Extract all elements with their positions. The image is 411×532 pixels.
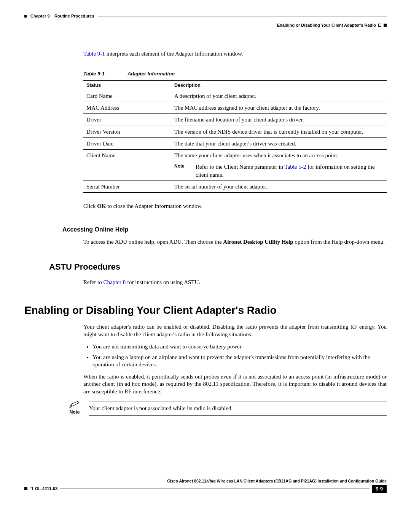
cell-description: The version of the NDIS device driver th… bbox=[171, 126, 387, 137]
svg-marker-0 bbox=[70, 401, 79, 408]
close-pre: Click bbox=[83, 203, 97, 209]
note-rule-bottom bbox=[89, 415, 387, 416]
header-bar: Chapter 9 Routine Procedures bbox=[24, 14, 387, 18]
page-number-badge: 9-9 bbox=[372, 485, 387, 493]
heading-online-help: Accessing Online Help bbox=[62, 226, 387, 233]
close-window-line: Click OK to close the Adapter Informatio… bbox=[83, 203, 387, 210]
oh-bold: Aironet Desktop Utility Help bbox=[223, 239, 293, 245]
cell-status: Client Name bbox=[83, 150, 171, 181]
cell-description: The MAC address assigned to your client … bbox=[171, 102, 387, 114]
th-description: Description bbox=[171, 80, 387, 90]
note-label: Note bbox=[174, 163, 196, 179]
note-icon-column: Note bbox=[66, 401, 83, 416]
list-item: You are not transmitting data and want t… bbox=[92, 343, 387, 351]
table-row: Serial Number The serial number of your … bbox=[83, 181, 387, 192]
section-title-right: Enabling or Disabling Your Client Adapte… bbox=[24, 23, 376, 27]
radio-p2: When the radio is enabled, it periodical… bbox=[83, 373, 387, 396]
chapter-number: Chapter 9 bbox=[30, 14, 50, 18]
close-post: to close the Adapter Information window. bbox=[106, 203, 203, 209]
note-body: Refer to the Client Name parameter in Ta… bbox=[196, 163, 384, 179]
note-link[interactable]: Table 5-2 bbox=[284, 164, 306, 170]
footer-guide-title: Cisco Aironet 802.11a/b/g Wireless LAN C… bbox=[24, 479, 387, 483]
footer-left: OL-4211-03 bbox=[24, 485, 57, 493]
table-caption-label: Table 9-1 bbox=[83, 71, 105, 77]
cell-status: Card Name bbox=[83, 90, 171, 102]
note-pre: Refer to the Client Name parameter in bbox=[196, 164, 284, 170]
table-row: Driver Date The date that your client ad… bbox=[83, 137, 387, 149]
footer-marker-open-square bbox=[30, 487, 33, 490]
note-block-label: Note bbox=[66, 409, 83, 415]
footer-doc-number: OL-4211-03 bbox=[35, 486, 57, 491]
oh-post: option from the Help drop-down menu. bbox=[293, 239, 385, 245]
svg-line-1 bbox=[71, 404, 72, 406]
close-bold: OK bbox=[97, 203, 106, 209]
cell-status: MAC Address bbox=[83, 102, 171, 114]
astu-pre: Refer to bbox=[83, 279, 103, 285]
online-help-paragraph: To access the ADU online help, open ADU.… bbox=[83, 238, 387, 246]
cell-status: Driver bbox=[83, 114, 171, 126]
intro-rest: interprets each element of the Adapter I… bbox=[105, 51, 243, 57]
table-caption: Table 9-1Adapter Information bbox=[83, 71, 387, 77]
radio-p1: Your client adapter's radio can be enabl… bbox=[83, 323, 387, 339]
cell-status: Serial Number bbox=[83, 181, 171, 192]
footer-rule bbox=[24, 477, 387, 477]
header-rule-long bbox=[98, 16, 387, 16]
chapter-title: Routine Procedures bbox=[54, 14, 94, 18]
cell-status: Driver Version bbox=[83, 126, 171, 137]
list-item: You are using a laptop on an airplane an… bbox=[92, 354, 387, 369]
table-row: Card Name A description of your client a… bbox=[83, 90, 387, 102]
header-marker-open-square bbox=[378, 24, 381, 27]
footer-line bbox=[60, 489, 370, 489]
th-status: Status bbox=[83, 80, 171, 90]
adapter-info-table: Status Description Card Name A descripti… bbox=[83, 80, 387, 193]
table-row: Client Name The name your client adapter… bbox=[83, 150, 387, 181]
cell-description: The name your client adapter uses when i… bbox=[171, 150, 387, 181]
radio-bullets: You are not transmitting data and want t… bbox=[83, 343, 387, 369]
heading-astu: ASTU Procedures bbox=[49, 262, 387, 272]
heading-radio: Enabling or Disabling Your Client Adapte… bbox=[24, 304, 387, 316]
table-caption-title: Adapter Information bbox=[127, 71, 175, 77]
cell-desc-text: The name your client adapter uses when i… bbox=[174, 152, 338, 158]
chapter-label: Chapter 9 Routine Procedures bbox=[29, 14, 96, 18]
footer-marker-filled-square bbox=[24, 487, 27, 490]
header-rule-segment bbox=[24, 15, 27, 18]
page-footer: Cisco Aironet 802.11a/b/g Wireless LAN C… bbox=[24, 477, 387, 493]
note-rule-top bbox=[89, 401, 387, 401]
astu-post: for instructions on using ASTU. bbox=[126, 279, 200, 285]
cell-description: A description of your client adapter. bbox=[171, 90, 387, 102]
note-body-column: Your client adapter is not associated wh… bbox=[89, 401, 387, 416]
header-right-row: Enabling or Disabling Your Client Adapte… bbox=[24, 23, 387, 27]
cell-status: Driver Date bbox=[83, 137, 171, 149]
astu-paragraph: Refer to Chapter 8 for instructions on u… bbox=[83, 279, 387, 286]
cell-description: The serial number of your client adapter… bbox=[171, 181, 387, 192]
header-marker-filled-square bbox=[384, 24, 387, 27]
cell-description: The filename and location of your client… bbox=[171, 114, 387, 126]
cell-description: The date that your client adapter's driv… bbox=[171, 137, 387, 149]
table-ref-link[interactable]: Table 9-1 bbox=[83, 51, 105, 57]
table-row: Driver Version The version of the NDIS d… bbox=[83, 126, 387, 137]
table-row: MAC Address The MAC address assigned to … bbox=[83, 102, 387, 114]
oh-pre: To access the ADU online help, open ADU.… bbox=[83, 239, 223, 245]
note-text: Your client adapter is not associated wh… bbox=[89, 405, 387, 412]
table-row: Driver The filename and location of your… bbox=[83, 114, 387, 126]
astu-link[interactable]: Chapter 8 bbox=[103, 279, 126, 285]
note-block: Note Your client adapter is not associat… bbox=[66, 401, 387, 416]
inline-note: Note Refer to the Client Name parameter … bbox=[174, 163, 384, 179]
intro-paragraph: Table 9-1 interprets each element of the… bbox=[83, 50, 387, 58]
pencil-icon bbox=[69, 401, 80, 409]
